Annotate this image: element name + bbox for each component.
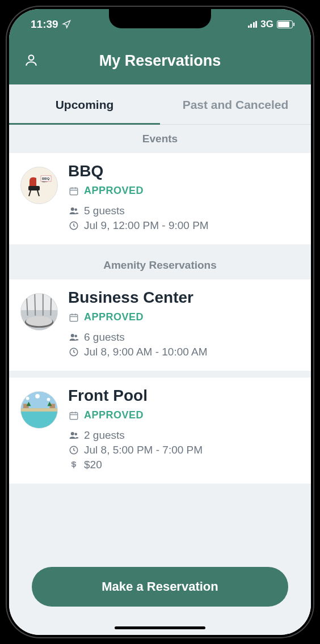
card-body: BBQ APPROVED 5 guests — [68, 162, 300, 234]
svg-point-32 — [47, 398, 50, 401]
svg-text:PARTY: PARTY — [42, 181, 48, 183]
notch — [109, 9, 211, 28]
calendar-icon — [68, 410, 79, 421]
svg-point-0 — [29, 55, 34, 60]
svg-point-26 — [71, 334, 74, 337]
svg-rect-37 — [70, 412, 78, 419]
calendar-icon — [68, 186, 79, 196]
svg-point-31 — [35, 394, 40, 399]
svg-point-30 — [26, 397, 30, 400]
phone-frame: 11:39 3G My Reservations Upcoming Past a… — [6, 6, 314, 638]
tabs: Upcoming Past and Canceled — [9, 84, 311, 125]
people-icon — [68, 430, 79, 440]
guests-label: 6 guests — [84, 331, 125, 344]
reservation-status: APPROVED — [68, 311, 300, 323]
reservation-title: BBQ — [68, 162, 300, 180]
status-right: 3G — [248, 19, 293, 30]
guests-line: 6 guests — [68, 331, 300, 344]
svg-point-27 — [75, 335, 78, 338]
page-title: My Reservations — [20, 52, 300, 70]
reservation-card-business-center[interactable]: Business Center APPROVED 6 guests — [9, 279, 311, 371]
reservation-title: Front Pool — [68, 387, 300, 405]
time-label: 11:39 — [31, 18, 58, 31]
svg-text:BBQ: BBQ — [42, 177, 50, 180]
network-label: 3G — [260, 19, 273, 30]
price-label: $20 — [84, 459, 102, 471]
make-reservation-button[interactable]: Make a Reservation — [32, 567, 288, 607]
time-label: Jul 9, 12:00 PM - 9:00 PM — [84, 219, 209, 232]
home-indicator[interactable] — [115, 626, 205, 629]
svg-line-17 — [35, 294, 35, 316]
screen: 11:39 3G My Reservations Upcoming Past a… — [9, 9, 311, 635]
svg-point-11 — [71, 207, 74, 211]
reservation-title: Business Center — [68, 289, 300, 307]
status-label: APPROVED — [84, 311, 144, 323]
guests-label: 2 guests — [84, 429, 125, 442]
status-label: APPROVED — [84, 185, 144, 197]
app-header: My Reservations — [9, 40, 311, 84]
svg-point-12 — [75, 209, 78, 211]
price-line: $20 — [68, 459, 300, 471]
clock-icon — [68, 347, 79, 357]
profile-icon[interactable] — [24, 53, 39, 70]
time-line: Jul 9, 12:00 PM - 9:00 PM — [68, 219, 300, 232]
svg-line-19 — [50, 294, 51, 316]
bottom-area: Make a Reservation — [9, 533, 311, 635]
status-label: APPROVED — [84, 409, 144, 421]
reservation-card-bbq[interactable]: BBQ PARTY BBQ APPROVED — [9, 153, 311, 244]
svg-rect-4 — [28, 186, 40, 190]
time-label: Jul 8, 9:00 AM - 10:00 AM — [84, 346, 208, 358]
clock-icon — [68, 221, 79, 231]
battery-icon — [277, 20, 293, 28]
time-label: Jul 8, 5:00 PM - 7:00 PM — [84, 444, 203, 456]
signal-icon — [248, 21, 258, 28]
time-line: Jul 8, 9:00 AM - 10:00 AM — [68, 346, 300, 358]
location-arrow-icon — [62, 20, 71, 29]
section-header-amenities: Amenity Reservations — [9, 251, 311, 279]
svg-rect-7 — [70, 188, 78, 194]
svg-rect-36 — [21, 408, 57, 412]
card-body: Front Pool APPROVED 2 guests — [68, 387, 300, 473]
reservation-thumbnail — [20, 293, 58, 331]
svg-point-41 — [71, 432, 74, 435]
svg-point-21 — [26, 316, 53, 326]
dollar-icon — [68, 460, 79, 470]
card-body: Business Center APPROVED 6 guests — [68, 289, 300, 361]
svg-line-6 — [37, 190, 39, 196]
calendar-icon — [68, 312, 79, 323]
reservation-thumbnail — [20, 391, 58, 429]
reservation-status: APPROVED — [68, 409, 300, 421]
guests-label: 5 guests — [84, 205, 125, 217]
guests-line: 2 guests — [68, 429, 300, 442]
svg-point-42 — [75, 433, 78, 436]
status-time: 11:39 — [31, 18, 71, 31]
reservation-card-front-pool[interactable]: Front Pool APPROVED 2 guests — [9, 378, 311, 484]
guests-line: 5 guests — [68, 205, 300, 217]
tab-upcoming[interactable]: Upcoming — [9, 84, 160, 124]
people-icon — [68, 206, 79, 216]
svg-rect-22 — [70, 314, 78, 321]
svg-line-5 — [29, 190, 31, 196]
clock-icon — [68, 445, 79, 455]
people-icon — [68, 332, 79, 342]
time-line: Jul 8, 5:00 PM - 7:00 PM — [68, 444, 300, 456]
tab-past-canceled[interactable]: Past and Canceled — [160, 84, 311, 124]
reservation-status: APPROVED — [68, 185, 300, 197]
reservation-thumbnail: BBQ PARTY — [20, 167, 58, 204]
section-header-events: Events — [9, 125, 311, 153]
